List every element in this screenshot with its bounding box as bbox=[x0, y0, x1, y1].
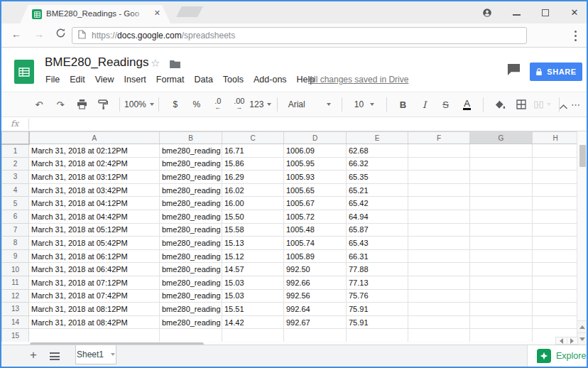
column-header-A[interactable]: A bbox=[29, 132, 160, 144]
row-header-6[interactable]: 6 bbox=[2, 210, 29, 223]
cell-B10[interactable]: bme280_reading bbox=[160, 263, 222, 276]
cell-E3[interactable]: 65.35 bbox=[347, 171, 408, 184]
column-header-F[interactable]: F bbox=[408, 132, 470, 144]
redo-icon[interactable]: ↷ bbox=[52, 96, 69, 113]
cell-H5[interactable] bbox=[533, 197, 579, 210]
cell-B15[interactable] bbox=[160, 329, 222, 342]
cell-D11[interactable]: 992.66 bbox=[284, 276, 347, 289]
cell-F4[interactable] bbox=[408, 183, 470, 197]
cell-E12[interactable]: 75.76 bbox=[347, 289, 408, 303]
row-header-8[interactable]: 8 bbox=[2, 237, 29, 250]
menu-file[interactable]: File bbox=[40, 75, 65, 85]
cell-E1[interactable]: 62.68 bbox=[347, 144, 408, 158]
cell-A8[interactable]: March 31, 2018 at 05:42PM bbox=[29, 237, 160, 250]
cell-G9[interactable] bbox=[470, 249, 533, 263]
cell-G8[interactable] bbox=[470, 237, 533, 250]
cell-E7[interactable]: 65.87 bbox=[347, 223, 408, 237]
cell-D10[interactable]: 992.50 bbox=[284, 263, 347, 276]
cell-F11[interactable] bbox=[408, 276, 470, 289]
document-title[interactable]: BME280_Readings bbox=[45, 55, 148, 70]
cell-E13[interactable]: 75.91 bbox=[347, 303, 408, 316]
cell-E5[interactable]: 65.42 bbox=[347, 197, 408, 210]
cell-D4[interactable]: 1005.65 bbox=[284, 183, 347, 197]
formula-bar[interactable]: fx bbox=[1, 117, 587, 131]
sheets-logo-icon[interactable] bbox=[14, 60, 34, 84]
zoom-select[interactable]: 100% bbox=[128, 96, 151, 113]
cell-C15[interactable] bbox=[222, 329, 284, 342]
cell-H12[interactable] bbox=[533, 289, 579, 303]
maximize-button[interactable] bbox=[540, 8, 550, 18]
collapse-toolbar-icon[interactable] bbox=[559, 99, 568, 112]
cell-H2[interactable] bbox=[533, 157, 579, 171]
format-currency-button[interactable]: $ bbox=[167, 96, 184, 113]
cell-D2[interactable]: 1005.95 bbox=[284, 157, 347, 171]
cell-B9[interactable]: bme280_reading bbox=[160, 249, 222, 263]
minimize-button[interactable] bbox=[511, 8, 521, 18]
column-header-G[interactable]: G bbox=[470, 132, 533, 144]
cell-A13[interactable]: March 31, 2018 at 08:12PM bbox=[29, 303, 160, 316]
cell-C8[interactable]: 15.13 bbox=[222, 237, 284, 250]
profile-icon[interactable] bbox=[482, 8, 492, 18]
cell-A6[interactable]: March 31, 2018 at 04:42PM bbox=[29, 210, 160, 223]
cell-D5[interactable]: 1005.67 bbox=[284, 197, 347, 210]
cell-G10[interactable] bbox=[470, 263, 533, 276]
new-tab-button[interactable] bbox=[176, 6, 203, 17]
cell-E14[interactable]: 75.91 bbox=[347, 315, 408, 329]
cell-G5[interactable] bbox=[470, 197, 533, 210]
cell-D8[interactable]: 1005.74 bbox=[284, 237, 347, 250]
cell-F5[interactable] bbox=[408, 197, 470, 210]
cell-D7[interactable]: 1005.48 bbox=[284, 223, 347, 237]
scroll-right-icon[interactable] bbox=[567, 337, 578, 344]
scroll-up-icon[interactable] bbox=[577, 320, 587, 332]
cell-A4[interactable]: March 31, 2018 at 03:42PM bbox=[29, 183, 160, 197]
row-header-15[interactable]: 15 bbox=[2, 329, 29, 342]
cell-C3[interactable]: 16.29 bbox=[222, 171, 284, 184]
cell-B4[interactable]: bme280_reading bbox=[160, 183, 222, 197]
menu-tools[interactable]: Tools bbox=[218, 75, 249, 85]
increase-decimal-button[interactable]: .00→ bbox=[231, 96, 248, 113]
toolbar-more-button[interactable]: ⋯ bbox=[567, 96, 584, 113]
cell-E10[interactable]: 77.88 bbox=[347, 263, 408, 276]
cell-C14[interactable]: 14.42 bbox=[222, 315, 284, 329]
bold-button[interactable]: B bbox=[394, 96, 411, 113]
cell-C6[interactable]: 15.50 bbox=[222, 210, 284, 223]
font-family-select[interactable]: Arial bbox=[285, 96, 334, 113]
cell-A2[interactable]: March 31, 2018 at 02:42PM bbox=[29, 157, 160, 171]
row-header-1[interactable]: 1 bbox=[2, 144, 29, 158]
paint-format-icon[interactable] bbox=[94, 96, 111, 113]
cell-A15[interactable] bbox=[29, 329, 160, 342]
cell-C1[interactable]: 16.71 bbox=[222, 144, 284, 158]
menu-edit[interactable]: Edit bbox=[65, 75, 90, 85]
borders-icon[interactable] bbox=[513, 96, 530, 113]
cell-G6[interactable] bbox=[470, 210, 533, 223]
cell-A7[interactable]: March 31, 2018 at 05:12PM bbox=[29, 223, 160, 237]
browser-menu-icon[interactable] bbox=[574, 28, 577, 43]
cell-B8[interactable]: bme280_reading bbox=[160, 237, 222, 250]
row-header-5[interactable]: 5 bbox=[2, 197, 29, 210]
cell-F2[interactable] bbox=[408, 157, 470, 171]
row-header-12[interactable]: 12 bbox=[2, 289, 29, 303]
cell-F15[interactable] bbox=[408, 329, 470, 342]
cell-C7[interactable]: 15.58 bbox=[222, 223, 284, 237]
cell-E4[interactable]: 65.21 bbox=[347, 183, 408, 197]
cell-E11[interactable]: 77.13 bbox=[347, 276, 408, 289]
cell-F9[interactable] bbox=[408, 249, 470, 263]
cell-H8[interactable] bbox=[533, 237, 579, 250]
cell-E9[interactable]: 66.31 bbox=[347, 249, 408, 263]
row-header-2[interactable]: 2 bbox=[2, 157, 29, 171]
italic-button[interactable]: I bbox=[415, 96, 432, 113]
cell-D15[interactable] bbox=[284, 329, 347, 342]
cell-D13[interactable]: 992.64 bbox=[284, 303, 347, 316]
menu-data[interactable]: Data bbox=[189, 75, 217, 85]
cell-F14[interactable] bbox=[408, 315, 470, 329]
cell-H4[interactable] bbox=[533, 183, 579, 197]
cell-A5[interactable]: March 31, 2018 at 04:12PM bbox=[29, 197, 160, 210]
cell-C11[interactable]: 15.03 bbox=[222, 276, 284, 289]
cell-G4[interactable] bbox=[470, 183, 533, 197]
vertical-scrollbar-thumb[interactable] bbox=[579, 145, 586, 167]
cell-H9[interactable] bbox=[533, 249, 579, 263]
column-header-B[interactable]: B bbox=[160, 132, 222, 144]
cell-F12[interactable] bbox=[408, 289, 470, 303]
share-button[interactable]: SHARE bbox=[530, 63, 582, 81]
star-icon[interactable]: ☆ bbox=[151, 57, 160, 70]
